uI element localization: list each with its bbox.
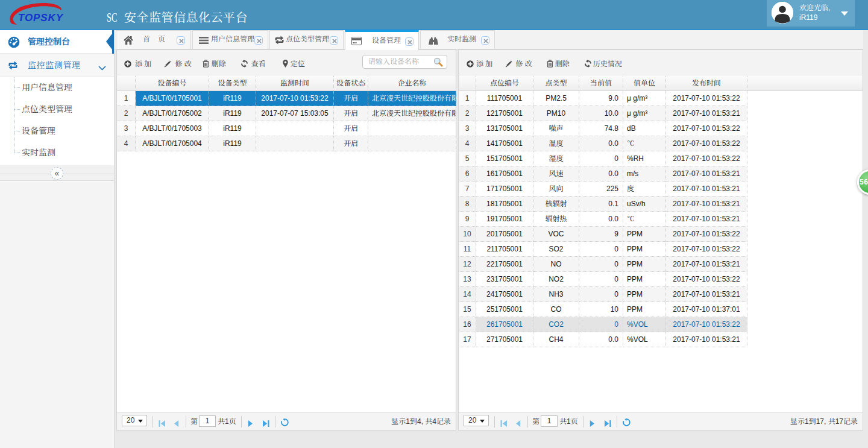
svg-text:TOPSKY: TOPSKY [18, 12, 64, 24]
